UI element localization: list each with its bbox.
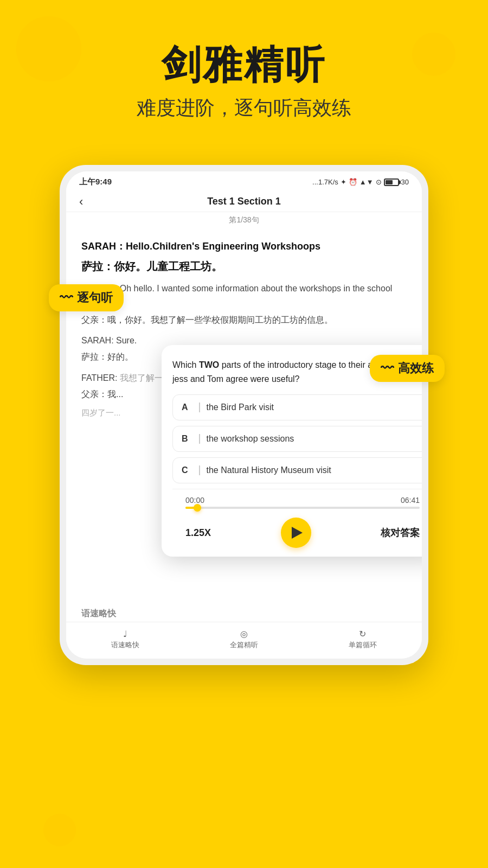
speed-label[interactable]: 1.25X — [185, 527, 211, 539]
phone-mockup: 〰 逐句听 〰 高效练 上午9:49 ...1.7K/s ✦ ⏰ ▲▼ ⊙ 3 — [60, 165, 428, 665]
wifi-icon: ⊙ — [376, 178, 382, 186]
bold-word: TWO — [199, 360, 219, 369]
answer-option-c[interactable]: C the Natural History Museum visit — [172, 457, 422, 483]
deco-circle-3 — [43, 814, 76, 846]
tab-full-listen-icon: ◎ — [240, 629, 248, 639]
squiggle-left-icon: 〰 — [60, 290, 73, 305]
dialogue-english-1: SARAH：Hello.Children's Engineering Works… — [81, 239, 407, 254]
tab-full-listen-label: 全篇精听 — [230, 640, 258, 650]
play-button[interactable] — [281, 518, 311, 548]
audio-progress-thumb — [194, 504, 201, 512]
tab-speed-icon: ♩ — [123, 629, 127, 639]
nav-title: Test 1 Section 1 — [207, 196, 281, 207]
play-icon — [292, 527, 303, 539]
top-nav: ‹ Test 1 Section 1 — [66, 190, 422, 212]
battery-fill — [386, 180, 393, 184]
floating-label-left: 〰 逐句听 — [49, 284, 124, 311]
tab-single-loop[interactable]: ↻ 单篇循环 — [349, 629, 377, 650]
bottom-tabs: ♩ 语速略快 ◎ 全篇精听 ↻ 单篇循环 — [66, 622, 422, 659]
floating-label-right: 〰 高效练 — [370, 355, 445, 382]
audio-time-row: 00:00 06:41 — [185, 496, 420, 505]
bluetooth-icon: ✦ — [341, 178, 346, 186]
main-title: 剑雅精听 — [22, 43, 466, 86]
option-divider-c — [199, 465, 200, 475]
status-bar: 上午9:49 ...1.7K/s ✦ ⏰ ▲▼ ⊙ 30 — [66, 171, 422, 190]
phone-frame: 上午9:49 ...1.7K/s ✦ ⏰ ▲▼ ⊙ 30 ‹ Test 1 Se… — [60, 165, 428, 665]
back-button[interactable]: ‹ — [79, 195, 83, 209]
network-speed: ...1.7K/s — [312, 178, 338, 186]
alarm-icon: ⏰ — [349, 178, 357, 186]
option-text-c: the Natural History Museum visit — [207, 465, 422, 475]
option-text-b: the workshop sessions — [207, 434, 422, 444]
audio-progress-track[interactable] — [185, 507, 420, 509]
battery-icon — [384, 178, 399, 186]
signal-icon: ▲▼ — [359, 178, 374, 186]
audio-player: 00:00 06:41 1.25X 核对答案 — [172, 489, 422, 557]
status-time: 上午9:49 — [79, 177, 112, 187]
audio-controls-row: 1.25X 核对答案 — [185, 515, 420, 552]
phone-inner: 上午9:49 ...1.7K/s ✦ ⏰ ▲▼ ⊙ 30 ‹ Test 1 Se… — [66, 171, 422, 659]
option-letter-b: B — [182, 434, 192, 444]
check-answer-button[interactable]: 核对答案 — [381, 526, 420, 539]
tab-single-loop-label: 单篇循环 — [349, 640, 377, 650]
dialogue-english-2: FATHER: Oh hello. I wanted some informat… — [81, 281, 407, 310]
tab-speed[interactable]: ♩ 语速略快 — [111, 629, 139, 650]
tab-single-loop-icon: ↻ — [359, 629, 366, 639]
option-letter-c: C — [182, 465, 192, 475]
answer-option-a[interactable]: A the Bird Park visit — [172, 394, 422, 420]
tab-full-listen[interactable]: ◎ 全篇精听 — [230, 629, 258, 650]
tab-speed-label: 语速略快 — [111, 640, 139, 650]
current-time: 00:00 — [185, 496, 204, 505]
option-divider-b — [199, 434, 200, 444]
status-right: ...1.7K/s ✦ ⏰ ▲▼ ⊙ 30 — [312, 178, 409, 186]
header-section: 剑雅精听 难度进阶，逐句听高效练 — [0, 0, 488, 143]
battery-label: 30 — [401, 178, 409, 186]
sub-title: 难度进阶，逐句听高效练 — [22, 95, 466, 122]
total-time: 06:41 — [401, 496, 420, 505]
progress-text: 第1/38句 — [66, 212, 422, 228]
dialogue-chinese-1: 萨拉：你好。儿童工程工坊。 — [81, 258, 407, 275]
option-text-a: the Bird Park visit — [207, 403, 422, 412]
option-divider-a — [199, 403, 200, 412]
option-letter-a: A — [182, 403, 192, 412]
squiggle-right-icon: 〰 — [381, 361, 394, 376]
dialogue-chinese-2: 父亲：哦，你好。我想了解一些学校假期期间工坊的工坊的信息。 — [81, 313, 407, 327]
answer-option-b[interactable]: B the workshop sessions — [172, 426, 422, 452]
